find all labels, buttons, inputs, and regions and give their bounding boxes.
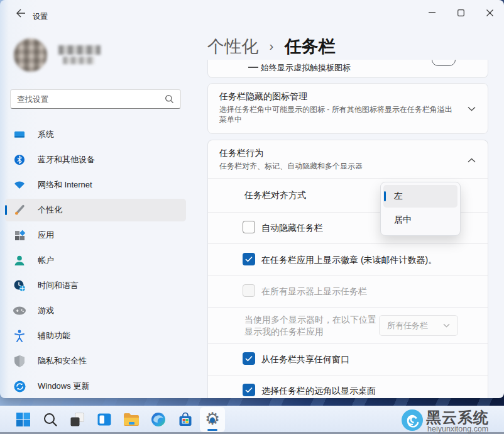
microsoft-store-button[interactable] bbox=[173, 407, 198, 432]
minimize-icon bbox=[429, 12, 436, 13]
badge-row[interactable]: 在任务栏应用上显示徽章 (未读邮件计数器)。 bbox=[208, 243, 488, 275]
sidebar-item-system[interactable]: 系统 bbox=[5, 123, 186, 146]
wifi-icon bbox=[13, 178, 26, 192]
bluetooth-icon bbox=[13, 153, 26, 167]
flyout-option-left[interactable]: 左 bbox=[383, 185, 457, 208]
sidebar-nav: 系统 蓝牙和其他设备 网络和 Internet 个性化 应用 帐户 bbox=[5, 123, 186, 398]
all-displays-checkbox bbox=[243, 284, 255, 297]
icon-management-card[interactable]: 任务栏隐藏的图标管理 选择任务栏角中可能显示的图标 - 所有其他图标将显示在任务… bbox=[207, 83, 488, 134]
widgets-icon bbox=[97, 412, 112, 427]
toggle-switch[interactable] bbox=[432, 60, 456, 66]
apps-icon bbox=[13, 228, 26, 242]
sidebar-item-windows-update[interactable]: Windows 更新 bbox=[5, 375, 186, 398]
store-icon bbox=[178, 412, 193, 427]
search-icon bbox=[165, 94, 174, 104]
gear-center-dot bbox=[210, 418, 215, 423]
user-email-redacted bbox=[63, 57, 94, 64]
share-window-row[interactable]: 从任务栏共享任何窗口 bbox=[208, 343, 488, 375]
page-title: 任务栏 bbox=[285, 37, 336, 56]
multi-monitor-dropdown: 所有任务栏 bbox=[379, 315, 458, 336]
maximize-button[interactable] bbox=[451, 5, 471, 20]
maximize-icon bbox=[457, 9, 464, 16]
chevron-down-icon bbox=[443, 323, 450, 328]
task-view-button[interactable] bbox=[65, 407, 90, 432]
edge-browser-button[interactable] bbox=[146, 407, 171, 432]
chevron-up-icon[interactable] bbox=[465, 154, 478, 167]
windows-update-icon bbox=[13, 379, 26, 393]
sidebar-item-accounts[interactable]: 帐户 bbox=[5, 249, 186, 272]
multi-monitor-value: 所有任务栏 bbox=[387, 320, 443, 331]
start-button[interactable] bbox=[11, 407, 36, 432]
windows-start-icon bbox=[16, 412, 31, 427]
toggle-clip bbox=[432, 60, 457, 68]
sidebar-item-personalization[interactable]: 个性化 bbox=[5, 199, 186, 221]
all-displays-row: 在所有显示器上显示任务栏 bbox=[208, 275, 488, 307]
autohide-label: 自动隐藏任务栏 bbox=[261, 223, 323, 234]
search-icon bbox=[43, 412, 58, 427]
personalization-brush-icon bbox=[13, 203, 26, 217]
alignment-label: 任务栏对齐方式 bbox=[244, 190, 306, 201]
flyout-option-center[interactable]: 居中 bbox=[383, 209, 457, 231]
sidebar-item-apps[interactable]: 应用 bbox=[5, 224, 186, 247]
edge-icon bbox=[151, 412, 166, 427]
breadcrumb-separator-icon: › bbox=[263, 39, 280, 53]
sidebar-item-network[interactable]: 网络和 Internet bbox=[5, 174, 186, 196]
icon-management-title: 任务栏隐藏的图标管理 bbox=[219, 91, 307, 103]
file-explorer-button[interactable] bbox=[119, 407, 144, 432]
all-displays-label: 在所有显示器上显示任务栏 bbox=[261, 286, 367, 298]
virtual-touchpad-label: 始终显示虚拟触摸板图标 bbox=[261, 62, 351, 74]
behaviors-title: 任务栏行为 bbox=[219, 148, 263, 159]
time-language-icon bbox=[13, 279, 26, 292]
far-corner-row[interactable]: 选择任务栏的远角以显示桌面 bbox=[208, 375, 488, 398]
settings-search[interactable] bbox=[10, 89, 181, 109]
close-button[interactable] bbox=[479, 5, 500, 20]
accessibility-icon bbox=[13, 329, 26, 343]
alignment-flyout: 左 居中 bbox=[380, 182, 461, 236]
back-button[interactable] bbox=[13, 6, 29, 20]
sidebar-item-time-language[interactable]: 时间和语言 bbox=[5, 274, 186, 297]
sidebar-item-gaming[interactable]: 游戏 bbox=[5, 299, 186, 322]
multi-monitor-row: 当使用多个显示器时，在以下位置显示我的任务栏应用 所有任务栏 bbox=[208, 307, 488, 343]
badge-label: 在任务栏应用上显示徽章 (未读邮件计数器)。 bbox=[261, 255, 437, 266]
chevron-down-icon[interactable] bbox=[465, 103, 478, 115]
settings-taskbar-button[interactable]: ⚙ bbox=[200, 407, 225, 432]
search-input[interactable] bbox=[17, 95, 165, 104]
gaming-controller-icon bbox=[13, 304, 26, 318]
watermark: 黑云系统 heiyunxitong.com bbox=[401, 408, 504, 434]
taskbar-search-button[interactable] bbox=[38, 407, 63, 432]
user-avatar[interactable] bbox=[14, 38, 47, 72]
minimize-button[interactable] bbox=[422, 5, 442, 20]
far-corner-checkbox[interactable] bbox=[243, 384, 255, 396]
watermark-url: heiyunxitong.com bbox=[427, 425, 488, 433]
privacy-shield-icon bbox=[13, 354, 26, 368]
virtual-touchpad-card: 始终显示虚拟触摸板图标 bbox=[207, 60, 488, 78]
watermark-logo-icon bbox=[401, 409, 424, 431]
share-window-label: 从任务栏共享任何窗口 bbox=[261, 354, 349, 365]
back-arrow-icon bbox=[16, 9, 26, 18]
accounts-person-icon bbox=[13, 253, 26, 267]
sidebar-item-bluetooth[interactable]: 蓝牙和其他设备 bbox=[5, 148, 186, 171]
titlebar: 设置 bbox=[0, 0, 504, 25]
sidebar-item-accessibility[interactable]: 辅助功能 bbox=[5, 325, 186, 347]
touchpad-icon bbox=[248, 67, 258, 68]
sidebar-item-privacy[interactable]: 隐私和安全性 bbox=[5, 350, 186, 372]
behaviors-subtitle: 任务栏对齐、标记、自动隐藏和多个显示器 bbox=[219, 161, 459, 171]
breadcrumb-parent[interactable]: 个性化 bbox=[207, 37, 258, 56]
share-window-checkbox[interactable] bbox=[243, 352, 255, 365]
window-title: 设置 bbox=[33, 11, 48, 22]
multi-monitor-label: 当使用多个显示器时，在以下位置显示我的任务栏应用 bbox=[244, 314, 378, 338]
close-icon bbox=[486, 9, 493, 16]
system-icon bbox=[13, 128, 26, 142]
task-view-icon bbox=[70, 412, 85, 427]
widgets-button[interactable] bbox=[92, 407, 117, 432]
autohide-checkbox[interactable] bbox=[243, 221, 255, 233]
badge-checkbox[interactable] bbox=[243, 253, 255, 265]
user-name-redacted bbox=[58, 45, 101, 55]
breadcrumb: 个性化 › 任务栏 bbox=[207, 35, 336, 58]
file-explorer-icon bbox=[123, 413, 140, 426]
taskbar-behaviors-card: 任务栏行为 任务栏对齐、标记、自动隐藏和多个显示器 任务栏对齐方式 自动隐藏任务… bbox=[207, 140, 488, 398]
icon-management-subtitle: 选择任务栏角中可能显示的图标 - 所有其他图标将显示在任务栏角溢出菜单中 bbox=[219, 104, 459, 125]
far-corner-label: 选择任务栏的远角以显示桌面 bbox=[261, 386, 376, 397]
